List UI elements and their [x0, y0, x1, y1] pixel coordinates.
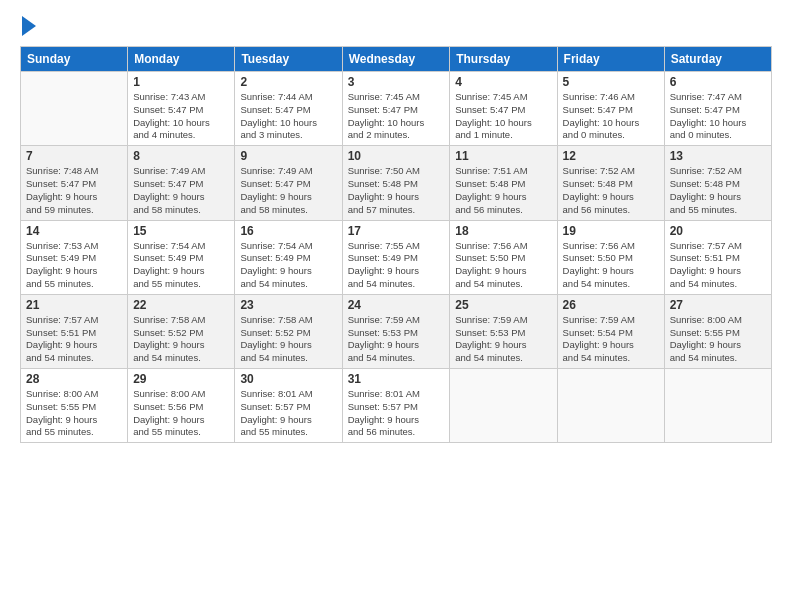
day-number: 3 [348, 75, 445, 89]
day-number: 31 [348, 372, 445, 386]
day-info: Sunrise: 8:01 AM Sunset: 5:57 PM Dayligh… [348, 388, 445, 439]
day-cell: 21Sunrise: 7:57 AM Sunset: 5:51 PM Dayli… [21, 294, 128, 368]
day-number: 17 [348, 224, 445, 238]
day-number: 20 [670, 224, 766, 238]
day-number: 7 [26, 149, 122, 163]
day-cell [450, 369, 557, 443]
day-cell: 30Sunrise: 8:01 AM Sunset: 5:57 PM Dayli… [235, 369, 342, 443]
day-number: 18 [455, 224, 551, 238]
day-info: Sunrise: 7:54 AM Sunset: 5:49 PM Dayligh… [133, 240, 229, 291]
day-info: Sunrise: 7:58 AM Sunset: 5:52 PM Dayligh… [133, 314, 229, 365]
day-info: Sunrise: 8:01 AM Sunset: 5:57 PM Dayligh… [240, 388, 336, 439]
day-number: 15 [133, 224, 229, 238]
logo-arrow-icon [22, 16, 36, 36]
day-number: 14 [26, 224, 122, 238]
day-number: 27 [670, 298, 766, 312]
day-info: Sunrise: 7:56 AM Sunset: 5:50 PM Dayligh… [455, 240, 551, 291]
day-number: 19 [563, 224, 659, 238]
day-cell: 13Sunrise: 7:52 AM Sunset: 5:48 PM Dayli… [664, 146, 771, 220]
day-number: 22 [133, 298, 229, 312]
day-cell: 2Sunrise: 7:44 AM Sunset: 5:47 PM Daylig… [235, 72, 342, 146]
weekday-header-thursday: Thursday [450, 47, 557, 72]
day-number: 12 [563, 149, 659, 163]
day-cell: 19Sunrise: 7:56 AM Sunset: 5:50 PM Dayli… [557, 220, 664, 294]
day-info: Sunrise: 7:59 AM Sunset: 5:54 PM Dayligh… [563, 314, 659, 365]
weekday-header-saturday: Saturday [664, 47, 771, 72]
day-info: Sunrise: 8:00 AM Sunset: 5:55 PM Dayligh… [670, 314, 766, 365]
day-number: 25 [455, 298, 551, 312]
day-cell: 3Sunrise: 7:45 AM Sunset: 5:47 PM Daylig… [342, 72, 450, 146]
day-number: 24 [348, 298, 445, 312]
day-info: Sunrise: 7:52 AM Sunset: 5:48 PM Dayligh… [670, 165, 766, 216]
day-number: 16 [240, 224, 336, 238]
day-cell [557, 369, 664, 443]
day-cell: 23Sunrise: 7:58 AM Sunset: 5:52 PM Dayli… [235, 294, 342, 368]
day-cell: 28Sunrise: 8:00 AM Sunset: 5:55 PM Dayli… [21, 369, 128, 443]
calendar: SundayMondayTuesdayWednesdayThursdayFrid… [20, 46, 772, 443]
day-cell: 12Sunrise: 7:52 AM Sunset: 5:48 PM Dayli… [557, 146, 664, 220]
day-cell: 6Sunrise: 7:47 AM Sunset: 5:47 PM Daylig… [664, 72, 771, 146]
day-cell: 29Sunrise: 8:00 AM Sunset: 5:56 PM Dayli… [128, 369, 235, 443]
day-number: 23 [240, 298, 336, 312]
day-cell: 14Sunrise: 7:53 AM Sunset: 5:49 PM Dayli… [21, 220, 128, 294]
day-info: Sunrise: 7:56 AM Sunset: 5:50 PM Dayligh… [563, 240, 659, 291]
day-info: Sunrise: 7:45 AM Sunset: 5:47 PM Dayligh… [455, 91, 551, 142]
day-info: Sunrise: 7:58 AM Sunset: 5:52 PM Dayligh… [240, 314, 336, 365]
day-number: 9 [240, 149, 336, 163]
day-cell: 26Sunrise: 7:59 AM Sunset: 5:54 PM Dayli… [557, 294, 664, 368]
weekday-header-friday: Friday [557, 47, 664, 72]
weekday-header-wednesday: Wednesday [342, 47, 450, 72]
logo [20, 18, 36, 36]
weekday-header-sunday: Sunday [21, 47, 128, 72]
day-cell: 27Sunrise: 8:00 AM Sunset: 5:55 PM Dayli… [664, 294, 771, 368]
day-cell: 9Sunrise: 7:49 AM Sunset: 5:47 PM Daylig… [235, 146, 342, 220]
day-info: Sunrise: 7:55 AM Sunset: 5:49 PM Dayligh… [348, 240, 445, 291]
day-info: Sunrise: 7:54 AM Sunset: 5:49 PM Dayligh… [240, 240, 336, 291]
day-number: 4 [455, 75, 551, 89]
day-cell: 24Sunrise: 7:59 AM Sunset: 5:53 PM Dayli… [342, 294, 450, 368]
weekday-header-row: SundayMondayTuesdayWednesdayThursdayFrid… [21, 47, 772, 72]
day-cell: 1Sunrise: 7:43 AM Sunset: 5:47 PM Daylig… [128, 72, 235, 146]
day-cell: 20Sunrise: 7:57 AM Sunset: 5:51 PM Dayli… [664, 220, 771, 294]
day-cell: 22Sunrise: 7:58 AM Sunset: 5:52 PM Dayli… [128, 294, 235, 368]
day-info: Sunrise: 7:51 AM Sunset: 5:48 PM Dayligh… [455, 165, 551, 216]
day-number: 29 [133, 372, 229, 386]
day-info: Sunrise: 7:49 AM Sunset: 5:47 PM Dayligh… [133, 165, 229, 216]
day-info: Sunrise: 7:57 AM Sunset: 5:51 PM Dayligh… [26, 314, 122, 365]
day-number: 28 [26, 372, 122, 386]
day-number: 10 [348, 149, 445, 163]
day-info: Sunrise: 7:59 AM Sunset: 5:53 PM Dayligh… [348, 314, 445, 365]
day-cell: 5Sunrise: 7:46 AM Sunset: 5:47 PM Daylig… [557, 72, 664, 146]
weekday-header-tuesday: Tuesday [235, 47, 342, 72]
day-cell: 10Sunrise: 7:50 AM Sunset: 5:48 PM Dayli… [342, 146, 450, 220]
day-info: Sunrise: 7:53 AM Sunset: 5:49 PM Dayligh… [26, 240, 122, 291]
day-cell: 16Sunrise: 7:54 AM Sunset: 5:49 PM Dayli… [235, 220, 342, 294]
day-number: 1 [133, 75, 229, 89]
day-number: 30 [240, 372, 336, 386]
week-row-3: 14Sunrise: 7:53 AM Sunset: 5:49 PM Dayli… [21, 220, 772, 294]
day-info: Sunrise: 7:48 AM Sunset: 5:47 PM Dayligh… [26, 165, 122, 216]
day-cell: 4Sunrise: 7:45 AM Sunset: 5:47 PM Daylig… [450, 72, 557, 146]
day-info: Sunrise: 7:47 AM Sunset: 5:47 PM Dayligh… [670, 91, 766, 142]
day-info: Sunrise: 7:43 AM Sunset: 5:47 PM Dayligh… [133, 91, 229, 142]
day-info: Sunrise: 7:45 AM Sunset: 5:47 PM Dayligh… [348, 91, 445, 142]
day-cell: 11Sunrise: 7:51 AM Sunset: 5:48 PM Dayli… [450, 146, 557, 220]
day-info: Sunrise: 7:59 AM Sunset: 5:53 PM Dayligh… [455, 314, 551, 365]
day-cell: 15Sunrise: 7:54 AM Sunset: 5:49 PM Dayli… [128, 220, 235, 294]
day-cell: 25Sunrise: 7:59 AM Sunset: 5:53 PM Dayli… [450, 294, 557, 368]
day-cell: 18Sunrise: 7:56 AM Sunset: 5:50 PM Dayli… [450, 220, 557, 294]
day-number: 11 [455, 149, 551, 163]
day-number: 13 [670, 149, 766, 163]
week-row-1: 1Sunrise: 7:43 AM Sunset: 5:47 PM Daylig… [21, 72, 772, 146]
day-cell [664, 369, 771, 443]
day-info: Sunrise: 8:00 AM Sunset: 5:56 PM Dayligh… [133, 388, 229, 439]
day-info: Sunrise: 7:44 AM Sunset: 5:47 PM Dayligh… [240, 91, 336, 142]
day-info: Sunrise: 7:57 AM Sunset: 5:51 PM Dayligh… [670, 240, 766, 291]
day-number: 2 [240, 75, 336, 89]
day-info: Sunrise: 7:49 AM Sunset: 5:47 PM Dayligh… [240, 165, 336, 216]
week-row-2: 7Sunrise: 7:48 AM Sunset: 5:47 PM Daylig… [21, 146, 772, 220]
day-info: Sunrise: 7:52 AM Sunset: 5:48 PM Dayligh… [563, 165, 659, 216]
day-number: 6 [670, 75, 766, 89]
week-row-4: 21Sunrise: 7:57 AM Sunset: 5:51 PM Dayli… [21, 294, 772, 368]
day-info: Sunrise: 8:00 AM Sunset: 5:55 PM Dayligh… [26, 388, 122, 439]
